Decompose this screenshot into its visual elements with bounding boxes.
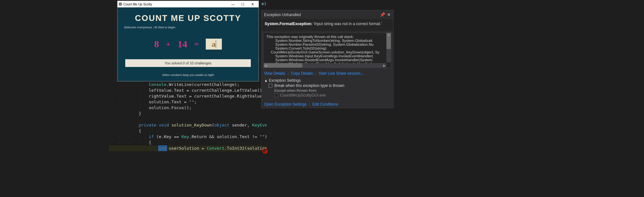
window-title: Count Me Up Scotty <box>119 3 228 6</box>
stack-intro: This exception was originally thrown at … <box>266 35 388 39</box>
code-token: .ToInt32(solution.Text); <box>224 146 267 151</box>
module-checkbox <box>274 93 278 97</box>
collapse-icon[interactable]: ▲ <box>264 78 268 83</box>
exception-bottom-links: Open Exception Settings | Edit Condition… <box>261 101 393 108</box>
operator: + <box>166 40 171 49</box>
exception-text: 'Input string was not in a correct forma… <box>312 22 382 26</box>
left-value: 8 <box>154 39 159 50</box>
break-label: Break when this exception type is thrown <box>274 83 344 88</box>
code-token: } <box>139 111 141 116</box>
code-token: "" <box>260 134 265 139</box>
code-token: ) <box>265 134 267 139</box>
right-value: 14 <box>178 39 187 50</box>
code-token: Convert <box>207 146 224 151</box>
welcome-text: Welcome Anonymous. Hit Start to begin. <box>124 26 252 29</box>
scrollbar-vertical[interactable] <box>386 33 391 62</box>
tagline: When numbers keep you awake at night <box>124 73 252 77</box>
code-token: solution_KeyDown <box>169 123 212 127</box>
code-token: Console <box>149 82 166 87</box>
stack-frame: System.Number.StringToNumber(string, Sys… <box>266 39 388 42</box>
code-token: (e.Key == <box>154 134 182 139</box>
minimize-button[interactable]: — <box>228 2 238 6</box>
app-icon <box>119 3 122 6</box>
code-token: ; <box>194 99 197 104</box>
live-share-link[interactable]: Start Live Share session... <box>318 71 364 76</box>
answer-input[interactable]: a <box>206 39 222 50</box>
code-token: solution.Text = <box>149 99 189 104</box>
caret-icon <box>216 40 216 48</box>
error-icon <box>262 148 268 154</box>
settings-title: Exception Settings <box>269 78 301 83</box>
exception-type: System.FormatException: <box>265 22 312 26</box>
exception-message: System.FormatException: 'Input string wa… <box>261 19 393 31</box>
equals-sign: = <box>194 40 199 49</box>
app-body: COUNT ME UP SCOTTY Welcome Anonymous. Hi… <box>118 7 259 81</box>
maximize-button[interactable]: ☐ <box>238 2 248 6</box>
code-editor[interactable]: · · · Console.WriteLine(currentChallenge… <box>109 82 267 197</box>
stack-frame: System.Convert.ToInt32(string) <box>266 46 388 50</box>
code-token: private <box>139 123 156 127</box>
exception-popup: Exception Unhandled 📌 ✕ System.FormatExc… <box>261 10 393 108</box>
code-token: object <box>214 123 229 127</box>
window-title-text: Count Me Up Scotty <box>123 3 152 6</box>
code-token: .WriteLine(currentChallenge); <box>166 82 240 87</box>
edit-conditions-link[interactable]: Edit Conditions <box>312 102 338 107</box>
solved-status: You solved 0 of 10 challenges <box>125 59 251 67</box>
code-token: void <box>156 123 169 127</box>
code-token: { <box>139 128 141 133</box>
open-settings-link[interactable]: Open Exception Settings <box>264 102 307 107</box>
scrollbar-horizontal[interactable] <box>264 63 386 68</box>
exception-title: Exception Unhandled <box>264 13 378 17</box>
view-details-link[interactable]: View Details <box>264 71 285 76</box>
except-label: Except when thrown from: <box>264 89 391 92</box>
code-token: .Return && solution.Text != <box>189 134 260 139</box>
code-token: int <box>159 146 166 151</box>
exception-links: View Details | Copy Details | Start Live… <box>261 70 393 77</box>
scroll-up-icon[interactable]: ▲ <box>387 33 390 37</box>
exception-header[interactable]: Exception Unhandled 📌 ✕ <box>261 10 393 19</box>
code-token: Key <box>182 134 189 139</box>
code-token: rightValue.Text = currentChallenge.Right… <box>149 94 267 98</box>
code-token: "" <box>189 99 194 104</box>
code-token: KeyEventArgs <box>252 123 267 127</box>
scroll-right-icon[interactable]: ▶ <box>383 64 386 67</box>
code-token: { <box>149 140 151 145</box>
app-window: Count Me Up Scotty — ☐ ✕ COUNT ME UP SCO… <box>117 1 259 81</box>
pin-icon[interactable]: 📌 <box>380 12 385 17</box>
module-label: CountMeUpScottyGUI.exe <box>280 93 326 98</box>
code-token: sender, <box>229 123 252 127</box>
code-token: leftValue.Text = currentChallenge.LeftVa… <box>149 88 267 93</box>
stack-frame: System.Windows.RoutedEventArgs.InvokeHan… <box>266 58 388 62</box>
titlebar[interactable]: Count Me Up Scotty — ☐ ✕ <box>118 1 259 7</box>
code-fragment: e) <box>261 1 267 6</box>
break-checkbox[interactable] <box>269 84 272 88</box>
close-icon[interactable]: ✕ <box>387 12 391 17</box>
stack-frame: System.Number.ParseInt32(string, System.… <box>266 42 388 46</box>
exception-settings: ▲Exception Settings Break when this exce… <box>261 77 393 101</box>
code-token: solution.Focus(); <box>149 105 192 110</box>
app-heading: COUNT ME UP SCOTTY <box>124 13 252 23</box>
close-button[interactable]: ✕ <box>248 2 257 6</box>
code-token: if <box>149 134 154 139</box>
scroll-left-icon[interactable]: ◀ <box>264 64 267 67</box>
copy-details-link[interactable]: Copy Details <box>291 71 313 76</box>
equation: 8 + 14 = a <box>124 39 252 50</box>
call-stack[interactable]: This exception was originally thrown at … <box>263 33 391 68</box>
answer-text: a <box>212 40 215 49</box>
code-token: userSolution = <box>166 146 207 151</box>
stack-frame: CountMeUpScottyGUI.GameScreen.solution_K… <box>266 50 388 54</box>
stack-frame: System.Windows.Input.KeyEventArgs.Invoke… <box>266 54 388 58</box>
